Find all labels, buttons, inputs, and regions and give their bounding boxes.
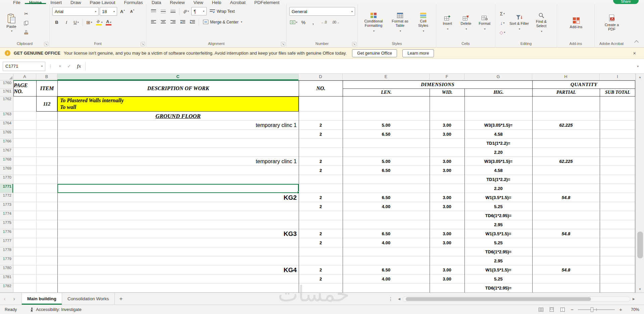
name-box[interactable]: C1771▾ xyxy=(3,62,45,71)
align-middle-button[interactable] xyxy=(159,7,167,15)
row-header-1771[interactable]: 1771 xyxy=(0,184,13,193)
row-header-1778[interactable]: 1778 xyxy=(0,247,13,256)
format-painter-button[interactable] xyxy=(22,28,31,37)
ribbon-tab-help[interactable]: Help xyxy=(207,0,226,4)
underline-button[interactable]: U▾ xyxy=(72,18,81,26)
create-pdf-button[interactable]: Create a PDF xyxy=(601,7,622,39)
font-color-button[interactable]: A▾ xyxy=(104,18,113,26)
cell-E1772[interactable]: 6.50 xyxy=(343,193,430,202)
cell-D1781[interactable]: 2 xyxy=(299,274,343,284)
cell-D1777[interactable]: 2 xyxy=(299,238,343,247)
cell-C1776[interactable]: KG3 xyxy=(57,229,299,238)
row-header-1782[interactable]: 1782 xyxy=(0,284,13,293)
autosum-button[interactable]: Σ▾ xyxy=(498,9,507,18)
row-header-1768[interactable]: 1768 xyxy=(0,157,13,166)
cell-D1764[interactable]: 2 xyxy=(299,121,343,130)
ribbon-tab-acrobat[interactable]: Acrobat xyxy=(226,0,250,4)
row-header-1772[interactable]: 1772 xyxy=(0,193,13,202)
ribbon-tab-data[interactable]: Data xyxy=(147,0,166,4)
cell-E1764[interactable]: 5.00 xyxy=(343,121,430,130)
row-header-1777[interactable]: 1777 xyxy=(0,238,13,247)
horizontal-scroll-thumb[interactable] xyxy=(406,297,591,301)
cell-C1768[interactable]: temporary clinc 1 xyxy=(57,157,299,166)
cell-G1767[interactable]: 2.20 xyxy=(464,148,532,157)
cell-H1768[interactable]: 62.225 xyxy=(532,157,600,166)
cell-G1766[interactable]: TD1(1*2.2)= xyxy=(464,139,532,148)
cell-G1770[interactable]: TD1(1*2.2)= xyxy=(464,175,532,184)
sheet-tab-main-building[interactable]: Main building xyxy=(21,293,62,305)
row-header-1763[interactable]: 1763 xyxy=(0,112,13,121)
cell-E1769[interactable]: 6.50 xyxy=(343,166,430,175)
prev-sheet-icon[interactable]: ‹ xyxy=(0,293,9,305)
row-header-1775[interactable]: 1775 xyxy=(0,220,13,229)
cell-G1779[interactable]: 2.95 xyxy=(464,256,532,265)
scroll-right-icon[interactable]: ▶ xyxy=(632,297,636,301)
align-center-button[interactable] xyxy=(159,18,167,26)
cell-G1781[interactable]: 5.25 xyxy=(464,274,532,284)
number-dialog-launcher[interactable]: ↘ xyxy=(352,42,356,46)
cell-G1768[interactable]: W3(3.05*1.5)= xyxy=(464,157,532,166)
delete-cells-button[interactable]: Delete▾ xyxy=(457,7,474,39)
zoom-thumb[interactable] xyxy=(591,307,593,312)
cell-C1772[interactable]: KG2 xyxy=(57,193,299,202)
copy-button[interactable] xyxy=(22,19,31,27)
paste-button[interactable]: Paste ▾ xyxy=(3,7,20,39)
accessibility-status[interactable]: Accessibility: Investigate xyxy=(30,307,81,312)
ribbon-tab-page-layout[interactable]: Page Layout xyxy=(86,0,120,4)
ribbon-tab-home[interactable]: Home xyxy=(25,0,46,4)
cell-F1776[interactable]: 3.00 xyxy=(430,229,464,238)
align-top-button[interactable] xyxy=(149,7,158,15)
close-icon[interactable]: × xyxy=(630,50,639,56)
cell-F1780[interactable]: 3.00 xyxy=(430,265,464,274)
expand-formula-bar-icon[interactable]: ▾ xyxy=(634,65,641,68)
cell-G1769[interactable]: 4.58 xyxy=(464,166,532,175)
horizontal-scrollbar[interactable]: ◀ ▶ xyxy=(397,295,636,303)
orientation-button[interactable]: ab▾ xyxy=(182,7,190,15)
cell-C1764[interactable]: temporary clinc 1 xyxy=(57,121,299,130)
zoom-in-button[interactable]: + xyxy=(618,307,623,312)
row-header-1761[interactable]: 1761 xyxy=(0,89,13,97)
ribbon-tab-review[interactable]: Review xyxy=(165,0,189,4)
font-dialog-launcher[interactable]: ↘ xyxy=(141,42,145,46)
normal-view-button[interactable] xyxy=(537,306,545,313)
collapse-ribbon-icon[interactable] xyxy=(634,40,639,45)
scroll-left-icon[interactable]: ◀ xyxy=(397,297,401,301)
row-header-1774[interactable]: 1774 xyxy=(0,211,13,220)
row-header-1780[interactable]: 1780 xyxy=(0,265,13,274)
cell-E1780[interactable]: 6.50 xyxy=(343,265,430,274)
font-name-select[interactable]: Arial▾ xyxy=(52,7,99,16)
font-size-select[interactable]: 18▾ xyxy=(100,7,117,16)
cell-H1764[interactable]: 62.225 xyxy=(532,121,600,130)
zoom-level[interactable]: 70% xyxy=(627,307,639,312)
format-as-table-button[interactable]: Format as Table▾ xyxy=(388,7,412,39)
cell-G1777[interactable]: 5.25 xyxy=(464,238,532,247)
tab-options-icon[interactable]: ⋮ xyxy=(388,293,393,305)
vertical-scrollbar[interactable]: ▲ ▼ xyxy=(636,74,644,293)
new-sheet-button[interactable]: + xyxy=(115,293,128,305)
cell-F1772[interactable]: 3.00 xyxy=(430,193,464,202)
increase-indent-button[interactable] xyxy=(188,18,197,26)
row-header-1773[interactable]: 1773 xyxy=(0,202,13,211)
confirm-entry-icon[interactable]: ✓ xyxy=(64,64,74,69)
cell-G1765[interactable]: 4.58 xyxy=(464,130,532,139)
name-box-splitter-icon[interactable]: ⋮ xyxy=(45,64,56,69)
cell-G1782[interactable]: TD6(1*2.95)= xyxy=(464,284,532,293)
ribbon-tab-view[interactable]: View xyxy=(189,0,207,4)
row-header-1769[interactable]: 1769 xyxy=(0,166,13,175)
row-header-1760[interactable]: 1760 xyxy=(0,80,13,89)
find-select-button[interactable]: Find & Select▾ xyxy=(532,7,551,39)
cell-F1769[interactable]: 3.00 xyxy=(430,166,464,175)
clear-button[interactable]: ◇▾ xyxy=(498,28,507,37)
fill-handle[interactable] xyxy=(297,191,299,194)
cell-G1773[interactable]: 5.25 xyxy=(464,202,532,211)
cell-styles-button[interactable]: Cell Styles▾ xyxy=(413,7,433,39)
cell-G1772[interactable]: W1(3.5*1.5)= xyxy=(464,193,532,202)
number-format-select[interactable]: General▾ xyxy=(289,7,355,16)
cell-F1773[interactable]: 3.00 xyxy=(430,202,464,211)
cell-C1763[interactable]: GROUND FLOOR xyxy=(57,112,299,121)
alignment-dialog-launcher[interactable]: ↘ xyxy=(281,42,285,46)
cell-E1776[interactable]: 6.50 xyxy=(343,229,430,238)
cell-D1769[interactable]: 2 xyxy=(299,166,343,175)
cell-G1778[interactable]: TD6(1*2.95)= xyxy=(464,247,532,256)
ribbon-tab-file[interactable]: File xyxy=(9,0,25,4)
